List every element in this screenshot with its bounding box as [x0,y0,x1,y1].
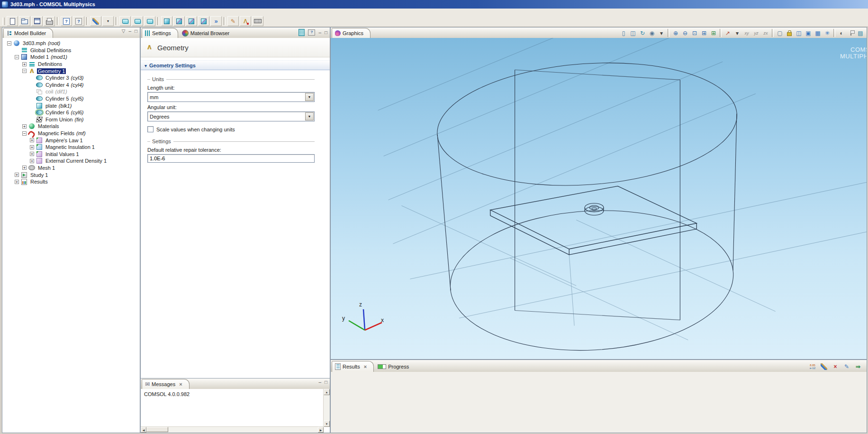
angular-unit-select[interactable]: Degrees ▼ [147,111,315,121]
minimize-icon[interactable]: – [128,29,131,34]
edit-plot-icon[interactable]: ✎ [842,362,851,371]
tree-item-coil[interactable]: coil (dif1) [2,88,140,95]
ruler-icon[interactable] [252,16,263,26]
tree-expander-icon[interactable]: + [15,180,19,184]
zoom-selected-icon[interactable]: ⊞ [699,28,709,37]
scroll-up-icon[interactable]: ▲ [324,389,330,395]
menu-file[interactable] [0,12,8,13]
tree-expander-icon[interactable]: + [22,124,27,129]
tab-graphics[interactable]: Graphics [332,28,371,38]
toolbar-grip[interactable] [2,18,5,25]
desktop-layout-2-icon[interactable] [132,16,143,26]
snapshot-icon[interactable]: ▤ [856,28,865,37]
tree-item-definitions[interactable]: + Definitions [2,61,140,68]
toggle-left-panel-icon[interactable]: ▯ [619,28,628,37]
tree-expander-icon[interactable]: + [30,152,34,156]
help-icon[interactable]: ? [61,16,72,26]
desktop-layout-3-icon[interactable] [144,16,155,26]
build-all-icon[interactable] [186,16,197,26]
model-builder-tab[interactable]: Model Builder [3,28,53,38]
tab-material-browser[interactable]: Material Browser [179,28,236,38]
clear-results-icon[interactable] [819,362,829,371]
tree-expander-icon[interactable]: + [30,138,34,142]
maximize-icon[interactable]: □ [135,29,137,34]
tree-expander-icon[interactable]: + [30,145,34,149]
tree-expander-icon[interactable]: + [22,166,27,170]
tree-item-model1[interactable]: − Model 1 (mod1) [2,54,140,61]
zoom-in-icon[interactable]: ⊕ [671,28,680,37]
transparency-icon[interactable]: ◫ [794,28,804,37]
rotate-view-icon[interactable]: ↻ [638,28,647,37]
zoom-extents-icon[interactable]: ⊞ [709,28,718,37]
tree-item-geometry1[interactable]: − Geometry 1 [2,67,140,74]
tab-progress[interactable]: Progress [375,361,416,372]
tree-expander-icon[interactable]: + [30,159,34,163]
vertical-scrollbar[interactable]: ▲ ▼ [323,389,330,427]
scroll-down-icon[interactable]: ▼ [324,421,330,427]
length-unit-select[interactable]: mm ▼ [147,92,315,102]
tree-expander-icon[interactable]: + [15,173,19,177]
titlebar[interactable]: 3d03.mph - COMSOL Multiphysics [0,0,868,9]
view-lock-icon[interactable] [785,28,794,37]
close-icon[interactable]: × [179,381,182,387]
minimize-icon[interactable]: – [318,380,321,385]
save-icon[interactable] [31,16,43,26]
build-preceding-icon[interactable] [161,16,172,26]
tree-item-cylinder3[interactable]: Cylinder 3 (cyl3) [2,74,140,82]
measure-line-icon[interactable]: ✎ [227,16,239,26]
dropdown-arrow-icon[interactable]: ▼ [305,93,314,101]
maximize-icon[interactable]: □ [325,30,327,35]
clear-caret-icon[interactable]: ▾ [102,16,114,26]
tree-item-external-current-density[interactable]: + External Current Density 1 [2,157,140,165]
hidden-faces-icon[interactable]: ▣ [804,28,813,37]
tree-item-cylinder6[interactable]: Cylinder 6 (cyl6) [2,109,140,116]
tree-item-magnetic-fields[interactable]: − Magnetic Fields (mf) [2,130,140,137]
scrollbar-thumb[interactable] [146,427,168,432]
dropdown-arrow-icon[interactable]: ▼ [305,112,314,120]
go-to-view-icon[interactable]: ↗ [723,28,732,37]
tree-item-global-definitions[interactable]: Global Definitions [2,47,140,54]
tree-item-magnetic-insulation[interactable]: + Magnetic Insulation 1 [2,144,140,151]
tree-expander-icon[interactable]: + [22,62,27,66]
precision-icon[interactable]: 8.85 e-12 [808,363,817,370]
build-union-icon[interactable] [198,16,209,26]
delete-icon[interactable]: × [831,362,840,371]
maximize-icon[interactable]: □ [325,380,327,385]
invert-colors-icon[interactable]: ◐ [837,28,846,37]
zoom-out-icon[interactable]: ⊖ [680,28,690,37]
tree-expander-icon[interactable]: − [22,131,27,136]
select-box-icon[interactable]: ▢ [775,28,785,37]
wireframe-icon[interactable]: ▦ [813,28,823,37]
tree-item-cylinder5[interactable]: Cylinder 5 (cyl5) [2,95,140,102]
run-icon[interactable]: » [210,16,222,26]
tab-messages[interactable]: ✉ Messages × [142,379,190,389]
menu-options[interactable] [15,12,23,13]
tree-expander-icon[interactable]: − [22,69,27,73]
view-zx-icon[interactable]: zx [761,28,770,37]
tree-item-amperes-law[interactable]: + Ampère's Law 1 [2,137,140,144]
checkbox-icon[interactable] [147,126,154,132]
tab-settings[interactable]: Settings [142,28,178,38]
open-file-icon[interactable] [19,16,30,26]
dynamic-help-icon[interactable]: ? [308,29,315,36]
visibility-caret-icon[interactable]: ▾ [657,28,666,37]
view-caret-icon[interactable]: ▾ [732,28,742,37]
close-icon[interactable]: × [364,364,367,369]
tab-results[interactable]: Results × [332,361,374,372]
menu-help[interactable] [23,12,30,13]
section-geometry-settings[interactable]: Geometry Settings [141,60,330,70]
zoom-box-icon[interactable]: ⊡ [690,28,699,37]
build-selected-icon[interactable] [173,16,185,26]
clear-icon[interactable] [90,16,101,26]
flag-icon[interactable] [846,28,856,37]
tree-item-initial-values[interactable]: + Initial Values 1 [2,151,140,158]
tree-item-mesh1[interactable]: + Mesh 1 [2,165,140,172]
scale-values-checkbox-row[interactable]: Scale values when changing units [147,126,315,132]
menu-edit[interactable] [8,12,15,13]
tree-item-materials[interactable]: + Materials [2,123,140,130]
tree-item-results[interactable]: + Results [2,178,140,185]
tree-expander-icon[interactable]: − [7,41,11,46]
horizontal-scrollbar[interactable]: ◀ ▶ [141,426,324,433]
minimize-icon[interactable]: – [318,30,321,35]
toggle-windows-icon[interactable]: ◫ [628,28,638,37]
